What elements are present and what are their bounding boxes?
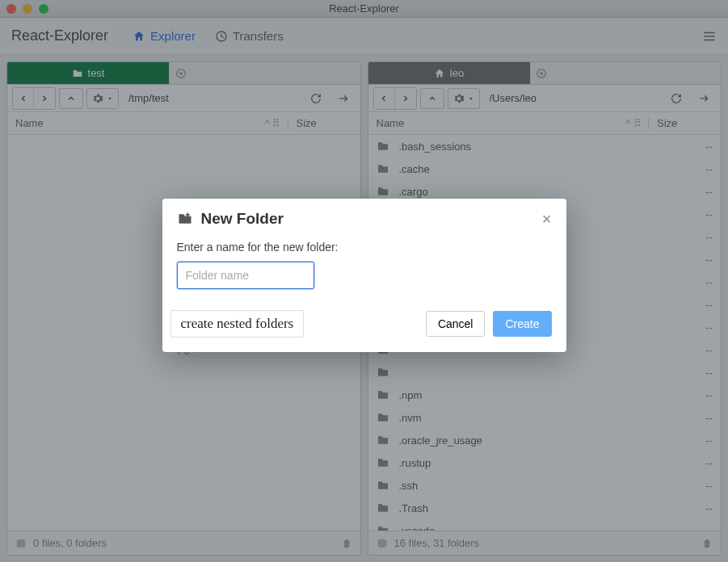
dialog-close-button[interactable]: × (542, 211, 552, 227)
new-folder-dialog: New Folder × Enter a name for the new fo… (162, 199, 566, 352)
nested-folders-hint: create nested folders (170, 310, 305, 338)
dialog-prompt: Enter a name for the new folder: (177, 241, 552, 254)
svg-rect-17 (185, 214, 189, 216)
modal-overlay: New Folder × Enter a name for the new fo… (0, 0, 728, 562)
new-folder-icon (177, 211, 193, 227)
create-button[interactable]: Create (493, 311, 551, 337)
folder-name-input[interactable] (177, 262, 314, 289)
cancel-button[interactable]: Cancel (426, 311, 486, 337)
dialog-title: New Folder (201, 210, 284, 228)
